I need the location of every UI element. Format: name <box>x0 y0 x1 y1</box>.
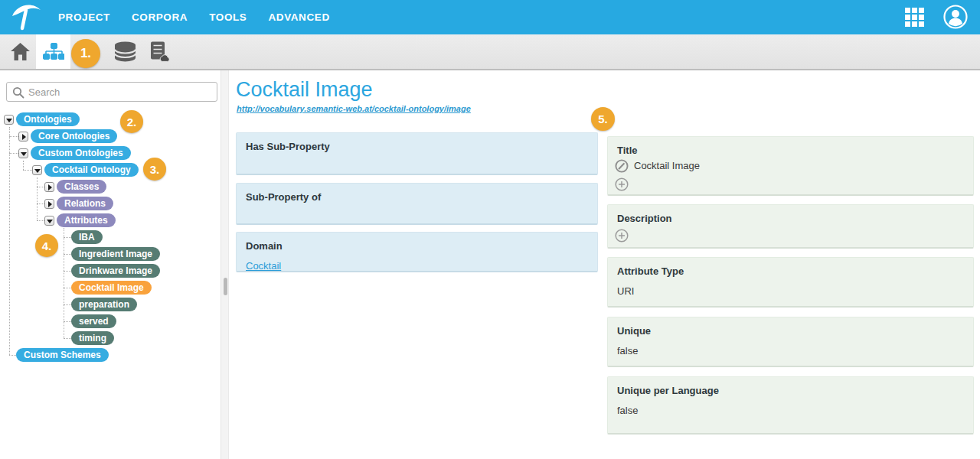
search-box <box>6 82 217 102</box>
edit-icon[interactable] <box>615 159 629 176</box>
section-label: Domain <box>246 240 283 252</box>
tree-line <box>64 237 71 238</box>
tree-item-iba: IBA <box>71 230 103 244</box>
tree-line <box>37 203 44 204</box>
tree-item-ingredient-image: Ingredient Image <box>71 247 160 261</box>
collapse-icon[interactable] <box>32 165 42 175</box>
section-label: Has Sub-Property <box>246 141 330 152</box>
resource-uri-link[interactable]: http://vocabulary.semantic-web.at/cockta… <box>237 104 471 113</box>
tree-node[interactable]: Core Ontologies <box>31 129 117 143</box>
app-logo-icon[interactable] <box>11 3 43 35</box>
annotation-badge-5: 5. <box>591 107 615 131</box>
attribute-type-value: URI <box>617 285 634 297</box>
tree-item-custom-schemes: Custom Schemes <box>16 348 109 362</box>
tree-node[interactable]: Custom Ontologies <box>31 146 131 160</box>
menu-project[interactable]: PROJECT <box>58 11 110 23</box>
scrollbar-thumb[interactable] <box>224 278 227 295</box>
section-attribute-type: Attribute Type URI <box>607 257 974 308</box>
menu-corpora[interactable]: CORPORA <box>132 11 188 23</box>
ontology-tree-tab[interactable] <box>36 34 70 69</box>
user-avatar-icon[interactable] <box>942 4 969 33</box>
tree-node[interactable]: Ontologies <box>16 112 80 126</box>
section-has-sub-property: Has Sub-Property <box>236 132 598 175</box>
tree-item-cocktail-ontology: Cocktail Ontology <box>32 163 139 177</box>
tree-node[interactable]: Attributes <box>57 213 116 227</box>
tree-line <box>9 153 18 154</box>
server-cloud-icon[interactable] <box>143 34 174 69</box>
tree-node[interactable]: Ingredient Image <box>71 247 160 261</box>
section-title: Title Cocktail Image <box>607 136 974 196</box>
add-icon[interactable] <box>615 229 629 246</box>
tree-node[interactable]: Cocktail Ontology <box>44 163 139 177</box>
section-unique-per-language: Unique per Language false <box>607 376 974 435</box>
collapse-icon[interactable] <box>44 216 54 226</box>
title-value: Cocktail Image <box>634 160 700 171</box>
tree-node[interactable]: Custom Schemes <box>16 348 109 362</box>
collapse-icon[interactable] <box>4 115 14 125</box>
tree-item-core-ontologies: Core Ontologies <box>18 129 117 143</box>
tree-node[interactable]: Relations <box>57 197 113 210</box>
unique-per-language-value: false <box>617 405 638 416</box>
tree-line <box>64 254 71 255</box>
main-menu: PROJECT CORPORA TOOLS ADVANCED <box>58 0 330 34</box>
tree-item-attributes: Attributes <box>44 213 116 227</box>
section-unique: Unique false <box>607 317 974 367</box>
section-label: Unique <box>617 325 651 337</box>
tree-item-classes: Classes <box>44 180 106 194</box>
section-sub-property-of: Sub-Property of <box>236 183 598 225</box>
add-icon[interactable] <box>615 177 629 194</box>
tree-node[interactable]: Classes <box>57 180 106 194</box>
tree-node[interactable]: served <box>71 314 116 328</box>
home-icon[interactable] <box>5 34 35 69</box>
tree-node-selected[interactable]: Cocktail Image <box>71 281 152 295</box>
search-input[interactable] <box>28 83 212 101</box>
tree-node[interactable]: timing <box>71 331 114 345</box>
expand-icon[interactable] <box>44 182 54 192</box>
tree-line <box>23 170 32 171</box>
tree-line <box>64 271 71 272</box>
tree-item-timing: timing <box>71 331 114 345</box>
annotation-badge-2: 2. <box>120 110 143 133</box>
ontology-tree-panel: Ontologies Core Ontologies Custom Ontolo… <box>0 70 220 459</box>
apps-grid-icon[interactable] <box>905 8 924 30</box>
tree-item-served: served <box>71 314 116 328</box>
menu-tools[interactable]: TOOLS <box>209 11 247 23</box>
secondary-toolbar: 1. <box>0 34 980 70</box>
page-title: Cocktail Image <box>236 78 373 102</box>
section-label: Sub-Property of <box>246 191 321 203</box>
tree-line <box>64 304 71 305</box>
tree-item-custom-ontologies: Custom Ontologies <box>18 146 131 160</box>
tree-node[interactable]: preparation <box>71 298 137 311</box>
section-domain: Domain Cocktail <box>236 232 598 272</box>
tree-line <box>9 136 18 137</box>
tree-line <box>64 288 71 288</box>
section-label: Unique per Language <box>617 385 719 396</box>
tree-item-cocktail-image-selected: Cocktail Image <box>71 281 152 295</box>
annotation-badge-3: 3. <box>143 158 166 181</box>
expand-icon[interactable] <box>18 132 28 142</box>
menu-advanced[interactable]: ADVANCED <box>268 11 329 23</box>
unique-value: false <box>617 345 638 356</box>
database-icon[interactable] <box>109 34 140 69</box>
tree-item-relations: Relations <box>44 197 113 210</box>
collapse-icon[interactable] <box>18 148 28 158</box>
expand-icon[interactable] <box>44 199 54 209</box>
tree-line <box>37 177 38 220</box>
top-nav-bar: PROJECT CORPORA TOOLS ADVANCED <box>0 0 980 34</box>
tree-node[interactable]: IBA <box>71 230 103 244</box>
tree-line <box>64 338 71 339</box>
annotation-badge-4: 4. <box>35 234 58 257</box>
tree-line <box>37 220 44 221</box>
search-icon <box>12 86 24 102</box>
tree-node[interactable]: Drinkware Image <box>71 264 160 278</box>
tree-line <box>9 355 16 356</box>
annotation-badge-1: 1. <box>71 39 100 68</box>
tree-line <box>37 187 44 187</box>
tree-item-ontologies: Ontologies <box>4 112 80 126</box>
tree-line <box>9 127 10 355</box>
section-label: Attribute Type <box>617 265 684 277</box>
sidebar-scrollbar[interactable] <box>220 70 229 459</box>
domain-cocktail-link[interactable]: Cocktail <box>246 260 281 272</box>
section-label: Title <box>617 145 638 156</box>
tree-item-preparation: preparation <box>71 298 137 311</box>
